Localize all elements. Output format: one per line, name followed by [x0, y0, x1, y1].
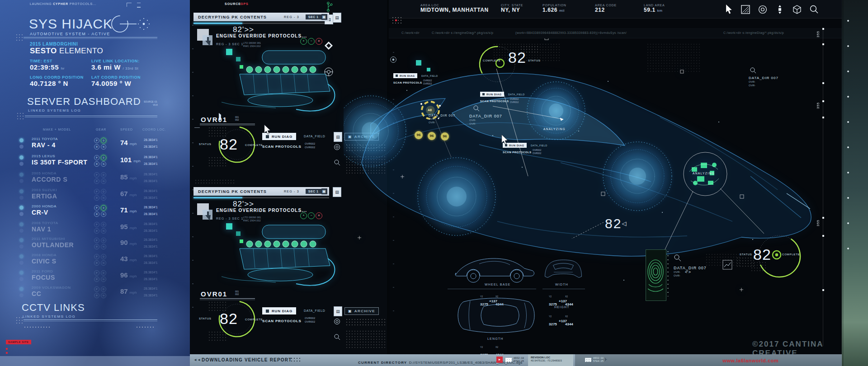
- data-dir-label[interactable]: DATA_DIR 007 OVR-OVR-: [469, 114, 502, 126]
- stat-area-loc: AREA LOC MIDTOWN, MANHATTAN: [420, 4, 489, 13]
- run-diag-button[interactable]: RUN DIAG: [262, 307, 296, 314]
- gauge-complete-label: COMPLETE: [483, 59, 500, 62]
- data-field-label: DATA_FIELD: [508, 93, 525, 96]
- mini-diag-panel[interactable]: RUN DIAG DATA_FIELD SCAN PROTOCOLS OVR00…: [480, 92, 539, 107]
- protocol-line: ENGINE OVERRIDE PROTOCOLS...: [216, 208, 307, 213]
- image-tool-icon[interactable]: [741, 5, 750, 14]
- table-row[interactable]: 2011 TOYOTA RAV - 4 PDRN 74 mph 28.3834'…: [0, 137, 190, 153]
- search-icon[interactable]: [750, 67, 757, 74]
- divider: [25, 116, 157, 116]
- row-model: NAV 1: [32, 225, 51, 233]
- ruler-tick: [822, 289, 824, 291]
- target-circle-icon[interactable]: [334, 144, 340, 150]
- row-bullet-icon: [19, 254, 24, 258]
- module-header-icon[interactable]: ▣: [321, 14, 327, 20]
- table-row[interactable]: 2005 HONDA ACCORD S PDRN 85 mph 28.3834'…: [0, 171, 190, 188]
- gauge-glyph-icon: [108, 14, 163, 34]
- table-row[interactable]: 2009 VOLKSWAGON CC PDRN 87 mph 28.3834'1…: [0, 286, 190, 302]
- complete-ring-icon: [771, 249, 782, 260]
- cctv-link-dots[interactable]: [24, 326, 52, 328]
- data-dir-label[interactable]: DATA_DIR 007 OVR-OVR-: [429, 114, 455, 124]
- row-model: CIVIC S: [32, 258, 57, 265]
- file-icon[interactable]: ▤: [333, 187, 341, 197]
- revision-block: REVISION LOC 40.9475130, -73.2948303: [528, 354, 573, 366]
- col-coord: COORD LOC.: [142, 128, 166, 131]
- scan-protocols-button[interactable]: SCAN PROTOCOLS: [503, 151, 532, 154]
- source-id: SOURCE I.D.V0.8: [144, 100, 158, 107]
- data-field-label: DATA_FIELD: [304, 135, 325, 138]
- search-tool-icon[interactable]: [809, 5, 819, 14]
- divider: [24, 37, 157, 38]
- search-icon[interactable]: [473, 105, 480, 112]
- target-circle-icon[interactable]: [334, 318, 340, 325]
- cmd-hash: (work=/88433893964848882993-33385339883-…: [515, 31, 627, 34]
- target-tool-icon[interactable]: [758, 5, 768, 14]
- search-icon[interactable]: [334, 159, 341, 166]
- row-model: ERTIGA: [32, 192, 57, 200]
- table-row[interactable]: 2003 SUZUKI ERTIGA PDRN 67 mph 28.3834'1…: [0, 188, 190, 204]
- cursor-tool-icon[interactable]: [725, 5, 734, 14]
- table-row[interactable]: 2011 MITSUBISHI OUTLANDER PDRN 90 mph 28…: [0, 237, 190, 253]
- abort-button[interactable]: ✕: [316, 212, 322, 219]
- data-field-label: DATA_FIELD: [304, 309, 325, 312]
- search-icon[interactable]: [334, 333, 341, 341]
- archive-file-icon[interactable]: ▤: [334, 306, 342, 316]
- row-bullet-icon: [19, 271, 24, 275]
- mini-diag-panel[interactable]: RUN DIAG DATA_FIELD SCAN PROTOCOLS OVR00…: [393, 73, 452, 89]
- gear-indicator: PDRN: [94, 286, 107, 298]
- confirm-button[interactable]: +: [300, 212, 307, 219]
- row-year-make: 2000 HONDA: [32, 204, 57, 208]
- search-icon[interactable]: [674, 254, 682, 262]
- table-row[interactable]: 2000 HONDA CR-V PDRN 71 mph 28.3834'128.…: [0, 204, 190, 221]
- ruler-value: 355: [816, 102, 820, 109]
- cube-tool-icon[interactable]: [792, 5, 802, 14]
- ovr-codes: OVR002OVR002: [305, 142, 315, 149]
- analyzing-label: ANALYZING: [693, 172, 715, 175]
- data-dir-label[interactable]: DATA_DIR 007 OVR-OVR- < >: [674, 266, 707, 277]
- scan-protocols-button[interactable]: SCAN PROTOCOLS: [262, 145, 302, 149]
- chevron-left-right-icon[interactable]: < >: [685, 270, 691, 277]
- pan-tool-icon[interactable]: [775, 5, 785, 14]
- fingerprint-scanner[interactable]: [646, 249, 666, 301]
- row-coords: 28.3834'128.3834'1: [144, 189, 158, 200]
- scan-protocols-button[interactable]: SCAN PROTOCOLS: [480, 100, 509, 103]
- file-icon[interactable]: ▤: [333, 13, 341, 23]
- scan-protocols-button[interactable]: SCAN PROTOCOLS: [262, 319, 302, 323]
- folder-export-icon[interactable]: [196, 28, 216, 50]
- height-label: HEIGHT: [554, 305, 570, 309]
- scan-protocols-button[interactable]: SCAN PROTOCOLS: [393, 81, 422, 84]
- cctv-link-dots[interactable]: [136, 326, 156, 328]
- abort-button[interactable]: ✕: [316, 38, 322, 45]
- minus-button[interactable]: −: [308, 212, 315, 219]
- row-speed: 87 mph: [120, 287, 137, 295]
- record-badge[interactable]: ▸: [496, 357, 503, 363]
- confirm-button[interactable]: +: [300, 38, 307, 45]
- engine-hologram: [194, 48, 344, 116]
- git-branch-icon[interactable]: [324, 1, 333, 12]
- run-diag-button[interactable]: RUN DIAG: [393, 73, 417, 78]
- table-row[interactable]: 2015 LEXUS IS 350T F-SPORT PDRN 101 mph …: [0, 154, 190, 170]
- table-row[interactable]: 2008 HONDA CIVIC S PDRN 43 mph 28.3834'1…: [0, 253, 190, 269]
- row-bullet-icon: [19, 189, 24, 193]
- gear-indicator: PDRN: [94, 270, 107, 282]
- menu-glyph-icon: [137, 3, 141, 8]
- data-dir-label[interactable]: DATA_DIR 007 OVR-OVR-: [749, 76, 778, 87]
- minus-button[interactable]: −: [308, 38, 315, 45]
- height-delta: +137: [559, 319, 567, 323]
- archive-file-icon[interactable]: ▤: [334, 132, 342, 142]
- cmd-path: C:/work>dir s://engineDiag/*.pkg/os/s/p: [432, 31, 493, 34]
- protocol-codes: LTO 08098 081RWC 2904.002: [243, 42, 261, 48]
- row-year-make: 2011 FORD: [32, 269, 53, 273]
- run-diag-button[interactable]: RUN DIAG: [480, 92, 504, 97]
- folder-export-icon[interactable]: [196, 202, 216, 224]
- width-delta: +137: [559, 299, 567, 303]
- table-row[interactable]: 2006 TOYOTA NAV 1 PDRN 95 mph 28.3834'12…: [0, 221, 190, 237]
- mini-diag-panel[interactable]: RUN DIAG DATA_FIELD SCAN PROTOCOLS OVR00…: [503, 143, 561, 158]
- stat-land-area: LAND AREA 59.1 km: [644, 4, 665, 13]
- module-header-icon[interactable]: ▣: [321, 188, 327, 194]
- row-model: CC: [32, 290, 41, 297]
- rewind-icon[interactable]: ◄◄: [193, 358, 201, 362]
- table-row[interactable]: 2011 FORD FOCUS PDRN 96 mph 28.3834'128.…: [0, 269, 190, 286]
- counter-badge: 96: [441, 132, 449, 141]
- row-bullet2-icon: [19, 244, 24, 249]
